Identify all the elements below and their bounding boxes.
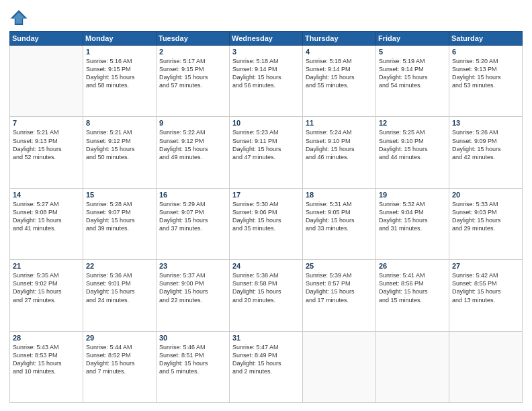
cell-info: Sunrise: 5:41 AM Sunset: 8:56 PM Dayligh… bbox=[379, 271, 446, 304]
day-number: 24 bbox=[232, 262, 300, 270]
day-number: 12 bbox=[379, 119, 446, 127]
calendar-week-row: 21Sunrise: 5:35 AM Sunset: 9:02 PM Dayli… bbox=[10, 260, 523, 331]
weekday-header: Sunday bbox=[10, 32, 83, 46]
cell-info: Sunrise: 5:27 AM Sunset: 9:08 PM Dayligh… bbox=[13, 200, 80, 233]
calendar-cell: 20Sunrise: 5:33 AM Sunset: 9:03 PM Dayli… bbox=[449, 188, 523, 259]
weekday-header: Tuesday bbox=[157, 32, 230, 46]
calendar-week-row: 28Sunrise: 5:43 AM Sunset: 8:53 PM Dayli… bbox=[10, 331, 523, 402]
calendar-cell: 23Sunrise: 5:37 AM Sunset: 9:00 PM Dayli… bbox=[157, 260, 230, 331]
cell-info: Sunrise: 5:46 AM Sunset: 8:51 PM Dayligh… bbox=[159, 343, 226, 376]
day-number: 2 bbox=[159, 48, 226, 56]
day-number: 31 bbox=[232, 334, 300, 342]
calendar-cell: 24Sunrise: 5:38 AM Sunset: 8:58 PM Dayli… bbox=[230, 260, 303, 331]
logo bbox=[9, 8, 31, 27]
cell-info: Sunrise: 5:29 AM Sunset: 9:07 PM Dayligh… bbox=[159, 200, 226, 233]
day-number: 16 bbox=[159, 191, 226, 199]
day-number: 14 bbox=[13, 191, 80, 199]
calendar-cell: 27Sunrise: 5:42 AM Sunset: 8:55 PM Dayli… bbox=[449, 260, 523, 331]
calendar-week-row: 14Sunrise: 5:27 AM Sunset: 9:08 PM Dayli… bbox=[10, 188, 523, 259]
calendar-table: SundayMondayTuesdayWednesdayThursdayFrid… bbox=[9, 31, 523, 403]
cell-info: Sunrise: 5:43 AM Sunset: 8:53 PM Dayligh… bbox=[13, 343, 80, 376]
calendar-cell: 14Sunrise: 5:27 AM Sunset: 9:08 PM Dayli… bbox=[10, 188, 83, 259]
weekday-header: Monday bbox=[83, 32, 157, 46]
calendar-cell: 30Sunrise: 5:46 AM Sunset: 8:51 PM Dayli… bbox=[157, 331, 230, 402]
calendar-cell: 21Sunrise: 5:35 AM Sunset: 9:02 PM Dayli… bbox=[10, 260, 83, 331]
cell-info: Sunrise: 5:32 AM Sunset: 9:04 PM Dayligh… bbox=[379, 200, 446, 233]
day-number: 29 bbox=[86, 334, 153, 342]
day-number: 6 bbox=[452, 48, 519, 56]
day-number: 19 bbox=[379, 191, 446, 199]
calendar-cell: 10Sunrise: 5:23 AM Sunset: 9:11 PM Dayli… bbox=[230, 117, 303, 188]
day-number: 17 bbox=[232, 191, 300, 199]
cell-info: Sunrise: 5:44 AM Sunset: 8:52 PM Dayligh… bbox=[86, 343, 153, 376]
cell-info: Sunrise: 5:25 AM Sunset: 9:10 PM Dayligh… bbox=[379, 128, 446, 161]
calendar-cell: 11Sunrise: 5:24 AM Sunset: 9:10 PM Dayli… bbox=[303, 117, 376, 188]
day-number: 21 bbox=[13, 262, 80, 270]
calendar-cell: 7Sunrise: 5:21 AM Sunset: 9:13 PM Daylig… bbox=[10, 117, 83, 188]
day-number: 30 bbox=[159, 334, 226, 342]
day-number: 28 bbox=[13, 334, 80, 342]
calendar-cell bbox=[376, 331, 449, 402]
cell-info: Sunrise: 5:37 AM Sunset: 9:00 PM Dayligh… bbox=[159, 271, 226, 304]
calendar-cell: 29Sunrise: 5:44 AM Sunset: 8:52 PM Dayli… bbox=[83, 331, 157, 402]
day-number: 13 bbox=[452, 119, 519, 127]
cell-info: Sunrise: 5:33 AM Sunset: 9:03 PM Dayligh… bbox=[452, 200, 519, 233]
calendar-header-row: SundayMondayTuesdayWednesdayThursdayFrid… bbox=[10, 32, 523, 46]
calendar-week-row: 1Sunrise: 5:16 AM Sunset: 9:15 PM Daylig… bbox=[10, 46, 523, 117]
cell-info: Sunrise: 5:23 AM Sunset: 9:11 PM Dayligh… bbox=[232, 128, 300, 161]
day-number: 26 bbox=[379, 262, 446, 270]
day-number: 8 bbox=[86, 119, 153, 127]
calendar-cell: 9Sunrise: 5:22 AM Sunset: 9:12 PM Daylig… bbox=[157, 117, 230, 188]
day-number: 9 bbox=[159, 119, 226, 127]
day-number: 4 bbox=[306, 48, 373, 56]
page: SundayMondayTuesdayWednesdayThursdayFrid… bbox=[0, 0, 532, 411]
cell-info: Sunrise: 5:19 AM Sunset: 9:14 PM Dayligh… bbox=[379, 57, 446, 90]
day-number: 7 bbox=[13, 119, 80, 127]
calendar-cell: 4Sunrise: 5:18 AM Sunset: 9:14 PM Daylig… bbox=[303, 46, 376, 117]
calendar-cell: 18Sunrise: 5:31 AM Sunset: 9:05 PM Dayli… bbox=[303, 188, 376, 259]
calendar-cell bbox=[303, 331, 376, 402]
calendar-cell: 31Sunrise: 5:47 AM Sunset: 8:49 PM Dayli… bbox=[230, 331, 303, 402]
calendar-week-row: 7Sunrise: 5:21 AM Sunset: 9:13 PM Daylig… bbox=[10, 117, 523, 188]
logo-icon bbox=[9, 8, 28, 27]
day-number: 23 bbox=[159, 262, 226, 270]
weekday-header: Friday bbox=[376, 32, 449, 46]
day-number: 11 bbox=[306, 119, 373, 127]
calendar-cell bbox=[10, 46, 83, 117]
day-number: 25 bbox=[306, 262, 373, 270]
header bbox=[9, 8, 523, 27]
cell-info: Sunrise: 5:30 AM Sunset: 9:06 PM Dayligh… bbox=[232, 200, 300, 233]
calendar-cell: 15Sunrise: 5:28 AM Sunset: 9:07 PM Dayli… bbox=[83, 188, 157, 259]
day-number: 27 bbox=[452, 262, 519, 270]
calendar-cell: 25Sunrise: 5:39 AM Sunset: 8:57 PM Dayli… bbox=[303, 260, 376, 331]
calendar-cell: 2Sunrise: 5:17 AM Sunset: 9:15 PM Daylig… bbox=[157, 46, 230, 117]
weekday-header: Thursday bbox=[303, 32, 376, 46]
cell-info: Sunrise: 5:39 AM Sunset: 8:57 PM Dayligh… bbox=[306, 271, 373, 304]
cell-info: Sunrise: 5:42 AM Sunset: 8:55 PM Dayligh… bbox=[452, 271, 519, 304]
cell-info: Sunrise: 5:21 AM Sunset: 9:13 PM Dayligh… bbox=[13, 128, 80, 161]
calendar-cell: 28Sunrise: 5:43 AM Sunset: 8:53 PM Dayli… bbox=[10, 331, 83, 402]
day-number: 18 bbox=[306, 191, 373, 199]
calendar-cell: 26Sunrise: 5:41 AM Sunset: 8:56 PM Dayli… bbox=[376, 260, 449, 331]
cell-info: Sunrise: 5:21 AM Sunset: 9:12 PM Dayligh… bbox=[86, 128, 153, 161]
calendar-cell: 6Sunrise: 5:20 AM Sunset: 9:13 PM Daylig… bbox=[449, 46, 523, 117]
weekday-header: Wednesday bbox=[230, 32, 303, 46]
cell-info: Sunrise: 5:47 AM Sunset: 8:49 PM Dayligh… bbox=[232, 343, 300, 376]
cell-info: Sunrise: 5:38 AM Sunset: 8:58 PM Dayligh… bbox=[232, 271, 300, 304]
calendar-cell: 5Sunrise: 5:19 AM Sunset: 9:14 PM Daylig… bbox=[376, 46, 449, 117]
cell-info: Sunrise: 5:28 AM Sunset: 9:07 PM Dayligh… bbox=[86, 200, 153, 233]
day-number: 15 bbox=[86, 191, 153, 199]
cell-info: Sunrise: 5:20 AM Sunset: 9:13 PM Dayligh… bbox=[452, 57, 519, 90]
calendar-cell bbox=[449, 331, 523, 402]
cell-info: Sunrise: 5:31 AM Sunset: 9:05 PM Dayligh… bbox=[306, 200, 373, 233]
cell-info: Sunrise: 5:16 AM Sunset: 9:15 PM Dayligh… bbox=[86, 57, 153, 90]
day-number: 10 bbox=[232, 119, 300, 127]
calendar-cell: 19Sunrise: 5:32 AM Sunset: 9:04 PM Dayli… bbox=[376, 188, 449, 259]
calendar-cell: 12Sunrise: 5:25 AM Sunset: 9:10 PM Dayli… bbox=[376, 117, 449, 188]
day-number: 22 bbox=[86, 262, 153, 270]
day-number: 20 bbox=[452, 191, 519, 199]
cell-info: Sunrise: 5:17 AM Sunset: 9:15 PM Dayligh… bbox=[159, 57, 226, 90]
day-number: 1 bbox=[86, 48, 153, 56]
day-number: 3 bbox=[232, 48, 300, 56]
weekday-header: Saturday bbox=[449, 32, 523, 46]
